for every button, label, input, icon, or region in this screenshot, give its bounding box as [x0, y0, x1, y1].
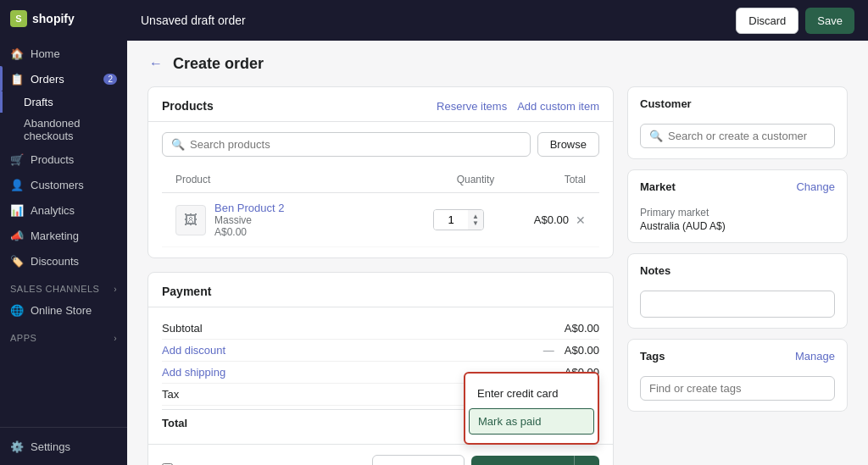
product-total: A$0.00: [501, 213, 569, 226]
payment-action-buttons: Send invoice Collect payment ▼ En: [372, 455, 599, 465]
sidebar-item-orders[interactable]: 📋 Orders 2: [0, 66, 127, 91]
sidebar-header: S shopify: [0, 0, 127, 37]
search-icon: 🔍: [171, 138, 185, 151]
dropdown-item-credit-card[interactable]: Enter credit card: [465, 380, 598, 407]
customer-section-title: Customer: [640, 97, 692, 110]
home-icon: 🏠: [10, 47, 24, 60]
left-column: Products Reserve items Add custom item 🔍: [147, 86, 614, 465]
send-invoice-button[interactable]: Send invoice: [372, 455, 464, 465]
tags-section-title: Tags: [640, 350, 665, 363]
sidebar-item-discounts[interactable]: 🏷️ Discounts: [0, 248, 127, 274]
sidebar-item-abandoned[interactable]: Abandoned checkouts: [0, 113, 127, 147]
apps-section-title: Apps ›: [0, 323, 127, 346]
shopify-logo-icon: S: [10, 10, 27, 27]
sidebar-item-drafts-label: Drafts: [24, 96, 53, 108]
discount-value: A$0.00: [565, 344, 599, 357]
back-button[interactable]: ←: [147, 54, 164, 73]
collect-payment-dropdown-button[interactable]: ▼: [574, 456, 599, 465]
sidebar-nav: 🏠 Home 📋 Orders 2 Drafts Abandoned check…: [0, 37, 127, 427]
add-shipping-link[interactable]: Add shipping: [162, 366, 225, 379]
market-change-link[interactable]: Change: [796, 180, 835, 193]
sidebar-item-home-label: Home: [31, 47, 60, 60]
sidebar-item-products[interactable]: 🛒 Products: [0, 147, 127, 172]
save-button[interactable]: Save: [805, 8, 854, 34]
qty-down-icon[interactable]: ▼: [472, 220, 479, 227]
products-search-input[interactable]: [190, 138, 521, 151]
sidebar-item-marketing[interactable]: 📣 Marketing: [0, 223, 127, 248]
products-card-header: Products Reserve items Add custom item: [148, 87, 613, 122]
payment-footer: Payment due later Send invoice Collect p…: [148, 444, 613, 465]
quantity-stepper[interactable]: ▲ ▼: [433, 209, 484, 230]
notes-section-title: Notes: [640, 264, 670, 277]
qty-stepper-buttons[interactable]: ▲ ▼: [468, 210, 483, 230]
subtotal-label: Subtotal: [162, 322, 203, 335]
shopify-logo-text: shopify: [32, 12, 75, 25]
products-card: Products Reserve items Add custom item 🔍: [147, 86, 614, 258]
tags-card-body: [628, 369, 847, 411]
market-label: Primary market: [640, 207, 835, 219]
market-card-header: Market Change: [628, 170, 847, 200]
orders-badge: 2: [103, 74, 117, 85]
products-card-actions: Reserve items Add custom item: [437, 100, 599, 113]
col-quantity: Quantity: [433, 174, 518, 185]
dropdown-item-mark-as-paid[interactable]: Mark as paid: [469, 408, 594, 435]
apps-label: Apps: [10, 333, 36, 343]
customer-card: Customer 🔍: [627, 86, 848, 159]
product-price: A$0.00: [214, 226, 416, 238]
subtotal-value: A$0.00: [565, 322, 599, 335]
notes-card: Notes: [627, 253, 848, 329]
customer-search-icon: 🔍: [649, 130, 663, 142]
sidebar-item-customers-label: Customers: [31, 179, 84, 191]
sidebar-item-analytics-label: Analytics: [31, 204, 75, 217]
payment-title: Payment: [162, 285, 211, 298]
tags-card: Tags Manage: [627, 339, 848, 412]
products-card-body: 🔍 Browse Product Quantity Total: [148, 122, 613, 257]
sales-channels-chevron: ›: [114, 285, 117, 294]
sidebar-item-analytics[interactable]: 📊 Analytics: [0, 197, 127, 223]
sidebar-item-customers[interactable]: 👤 Customers: [0, 172, 127, 197]
discard-button[interactable]: Discard: [736, 8, 798, 34]
topbar: Unsaved draft order Discard Save: [127, 0, 868, 41]
main-content: ← Create order Products Reserve items A: [127, 0, 868, 465]
discounts-icon: 🏷️: [10, 254, 24, 268]
total-label: Total: [162, 417, 187, 429]
product-image: 🖼: [175, 205, 206, 235]
customer-card-body: 🔍: [628, 117, 847, 158]
market-value: Australia (AUD A$): [640, 220, 835, 232]
sidebar: S shopify 🏠 Home 📋 Orders 2 Drafts Aban: [0, 0, 127, 465]
sidebar-footer: ⚙️ Settings: [0, 427, 127, 465]
sales-channels-section-title: Sales channels ›: [0, 274, 127, 297]
tags-input[interactable]: [640, 376, 835, 401]
settings-icon: ⚙️: [10, 440, 24, 453]
remove-product-button[interactable]: ✕: [576, 213, 586, 227]
customer-search-input[interactable]: [668, 130, 826, 142]
shopify-logo: S shopify: [10, 10, 75, 27]
sidebar-item-marketing-label: Marketing: [31, 230, 79, 242]
add-custom-item-link[interactable]: Add custom item: [517, 100, 599, 113]
products-search-bar: 🔍: [162, 132, 531, 157]
page-header: ← Create order: [147, 54, 848, 73]
tags-manage-link[interactable]: Manage: [795, 350, 835, 363]
reserve-items-link[interactable]: Reserve items: [437, 100, 507, 113]
collect-payment-button[interactable]: Collect payment: [471, 456, 574, 465]
browse-button[interactable]: Browse: [537, 132, 599, 157]
add-discount-link[interactable]: Add discount: [162, 344, 225, 357]
quantity-input[interactable]: [434, 210, 468, 230]
analytics-icon: 📊: [10, 203, 24, 217]
customer-search-bar: 🔍: [640, 124, 835, 148]
payment-row-discount: Add discount — A$0.00: [162, 340, 599, 362]
col-product: Product: [175, 174, 433, 185]
sales-channels-label: Sales channels: [10, 284, 99, 294]
discount-dash: —: [543, 344, 554, 357]
page-title: Create order: [173, 55, 264, 73]
sidebar-item-home[interactable]: 🏠 Home: [0, 41, 127, 66]
products-search-row: 🔍 Browse: [162, 132, 599, 157]
product-name[interactable]: Ben Product 2: [214, 202, 416, 214]
product-info: Ben Product 2 Massive A$0.00: [214, 202, 416, 238]
notes-input[interactable]: [640, 291, 835, 318]
sidebar-item-drafts[interactable]: Drafts: [0, 91, 127, 113]
notes-card-body: [628, 284, 847, 328]
sidebar-item-online-store[interactable]: 🌐 Online Store: [0, 297, 127, 323]
sidebar-item-abandoned-label: Abandoned checkouts: [24, 117, 81, 142]
sidebar-item-settings[interactable]: ⚙️ Settings: [10, 435, 117, 458]
